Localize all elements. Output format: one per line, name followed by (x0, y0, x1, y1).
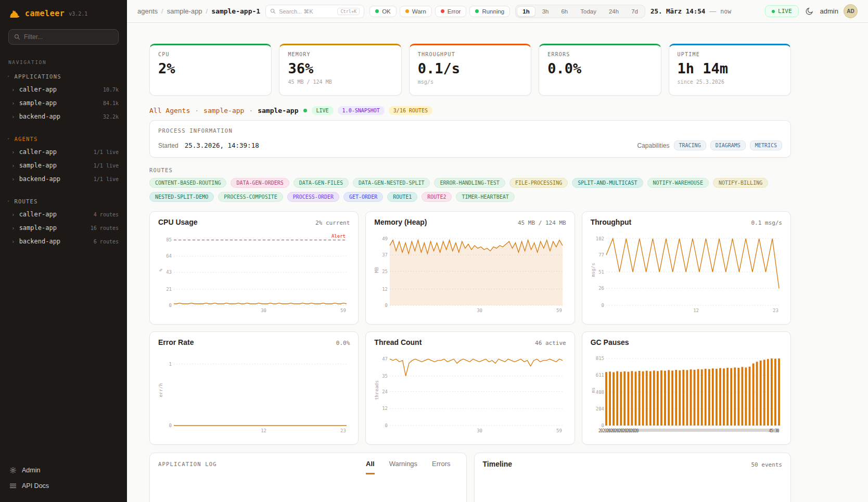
chevron-down-icon: ▾ (7, 199, 10, 203)
date-range-display[interactable]: 25. März 14:54 — now (650, 7, 731, 15)
route-chip[interactable]: FILE-PROCESSING (509, 178, 568, 188)
timeline-events-count: 50 events (751, 461, 782, 468)
svg-text:30: 30 (261, 308, 266, 313)
sidebar-item-application[interactable]: › backend-app 32.2k (0, 110, 127, 123)
sidebar-item-label: caller-app (19, 86, 57, 93)
route-chip[interactable]: PROCESS-ORDER (287, 192, 339, 202)
svg-text:30: 30 (477, 428, 483, 433)
time-range-button[interactable]: 6h (555, 6, 573, 17)
route-chip[interactable]: NESTED-SPLIT-DEMO (149, 192, 214, 202)
sidebar-item-api-docs[interactable]: API Docs (0, 478, 127, 494)
sidebar-item-label: backend-app (19, 238, 60, 245)
status-dot-icon (375, 9, 379, 13)
route-chip[interactable]: DATA-GEN-ORDERS (231, 178, 289, 188)
sidebar-item-route[interactable]: › caller-app 4 routes (0, 208, 127, 221)
status-filter-label: Running (482, 8, 504, 15)
time-range-button[interactable]: Today (575, 6, 602, 17)
search-input[interactable] (279, 8, 334, 15)
sidebar-item-route[interactable]: › sample-app 16 routes (0, 221, 127, 235)
cpu-usage-chart: 0214364853059%Alert (158, 229, 350, 315)
route-chip[interactable]: CONTENT-BASED-ROUTING (149, 178, 226, 188)
sidebar-group-header-applications[interactable]: ▾ APPLICATIONS (0, 70, 127, 83)
sidebar-item-label: caller-app (19, 148, 57, 156)
live-indicator[interactable]: LIVE (765, 5, 799, 17)
process-information-panel: PROCESS INFORMATION Started 25.3.2026, 1… (149, 120, 791, 158)
status-filter-chip[interactable]: Error (435, 6, 467, 17)
sidebar-group-header-agents[interactable]: ▾ AGENTS (0, 133, 127, 145)
time-range-button[interactable]: 3h (537, 6, 555, 17)
sidebar-group-header-routes[interactable]: ▾ ROUTES (0, 195, 127, 208)
search-icon (14, 34, 20, 40)
route-chip[interactable]: ERROR-HANDLING-TEST (434, 178, 505, 188)
breadcrumb-sample-app[interactable]: sample-app (167, 7, 202, 15)
log-tab[interactable]: All (366, 460, 375, 474)
route-chip[interactable]: NOTIFY-WAREHOUSE (647, 178, 709, 188)
agent-badge: LIVE (312, 106, 334, 115)
time-range-button[interactable]: 1h (517, 6, 535, 17)
agent-status-dot-icon (303, 109, 307, 112)
breadcrumb-agents[interactable]: agents (137, 7, 158, 15)
route-chip[interactable]: SPLIT-AND-MULTICAST (572, 178, 643, 188)
status-dot-icon (441, 9, 444, 13)
sidebar-item-application[interactable]: › sample-app 84.1k (0, 96, 127, 110)
sidebar-item-count: 1/1 live (94, 163, 119, 169)
svg-text:30: 30 (477, 308, 483, 313)
chart-title: Memory (Heap) (374, 218, 427, 226)
sidebar-item-route[interactable]: › backend-app 6 routes (0, 235, 127, 248)
route-chip[interactable]: ROUTE2 (422, 192, 452, 202)
route-chip[interactable]: DATA-GEN-NESTED-SPLIT (353, 178, 430, 188)
chart-current-value: 0.1 msg/s (751, 220, 782, 226)
sidebar-item-count: 1/1 live (94, 149, 119, 155)
sidebar-item-admin[interactable]: Admin (0, 462, 127, 478)
all-agents-link[interactable]: All Agents (149, 107, 190, 114)
svg-text:64: 64 (166, 253, 172, 259)
route-chip[interactable]: TIMER-HEARTBEAT (456, 192, 514, 202)
status-filters: OK Warn Error Running (369, 6, 510, 17)
log-tab[interactable]: Errors (432, 460, 450, 474)
time-range-button[interactable]: 24h (603, 6, 624, 17)
sidebar-item-count: 84.1k (103, 100, 119, 106)
sidebar-item-agent[interactable]: › caller-app 1/1 live (0, 145, 127, 159)
log-tab[interactable]: Warnings (389, 460, 417, 474)
dark-mode-toggle[interactable] (804, 6, 815, 17)
stat-card: THROUGHPUT 0.1/s msg/s (409, 44, 531, 96)
process-information-row: Started 25.3.2026, 14:39:18 Capabilities… (158, 140, 782, 150)
sidebar-item-count: 16 routes (91, 225, 119, 231)
app-logo[interactable]: cameleer v3.2.1 (0, 0, 127, 25)
svg-text:%: % (158, 268, 163, 272)
status-filter-chip[interactable]: OK (369, 6, 397, 17)
sidebar-item-application[interactable]: › caller-app 10.7k (0, 83, 127, 96)
capability-badges: TRACING DIAGRAMS METRICS (674, 140, 782, 150)
started-value: 25.3.2026, 14:39:18 (185, 141, 259, 149)
status-filter-chip[interactable]: Running (469, 6, 510, 17)
avatar[interactable]: AD (844, 4, 858, 18)
svg-text:45:30: 45:30 (769, 429, 779, 433)
sidebar-filter-input[interactable] (24, 33, 113, 41)
route-chip[interactable]: ROUTE1 (387, 192, 417, 202)
status-filter-chip[interactable]: Warn (400, 6, 432, 17)
svg-text:49: 49 (382, 236, 388, 241)
sidebar-group-applications: ▾ APPLICATIONS › caller-app 10.7k › samp… (0, 70, 127, 123)
route-chip[interactable]: PROCESS-COMPOSITE (218, 192, 283, 202)
svg-text:ms: ms (591, 388, 596, 393)
sidebar-item-agent[interactable]: › backend-app 1/1 live (0, 172, 127, 186)
sample-app-link[interactable]: sample-app (203, 107, 244, 114)
chevron-right-icon: › (11, 211, 15, 218)
app-name: cameleer (25, 9, 65, 18)
chart-canvas: 011223err/h (158, 350, 350, 435)
route-chip[interactable]: GET-ORDER (343, 192, 383, 202)
stat-value: 36% (288, 60, 392, 76)
svg-text:0: 0 (601, 303, 604, 308)
time-range-button[interactable]: 7d (626, 6, 644, 17)
chevron-right-icon: › (11, 162, 15, 169)
svg-text:MB: MB (374, 267, 379, 273)
sidebar-item-agent[interactable]: › sample-app 1/1 live (0, 159, 127, 172)
navigation-label: NAVIGATION (8, 59, 119, 65)
route-chip[interactable]: NOTIFY-BILLING (713, 178, 768, 188)
route-chip[interactable]: DATA-GEN-FILES (293, 178, 349, 188)
sidebar-item-count: 10.7k (103, 87, 119, 93)
chart-title: CPU Usage (158, 218, 197, 226)
svg-text:0: 0 (601, 423, 604, 428)
stat-card: ERRORS 0.0% (539, 44, 661, 96)
svg-text:0: 0 (385, 303, 388, 308)
